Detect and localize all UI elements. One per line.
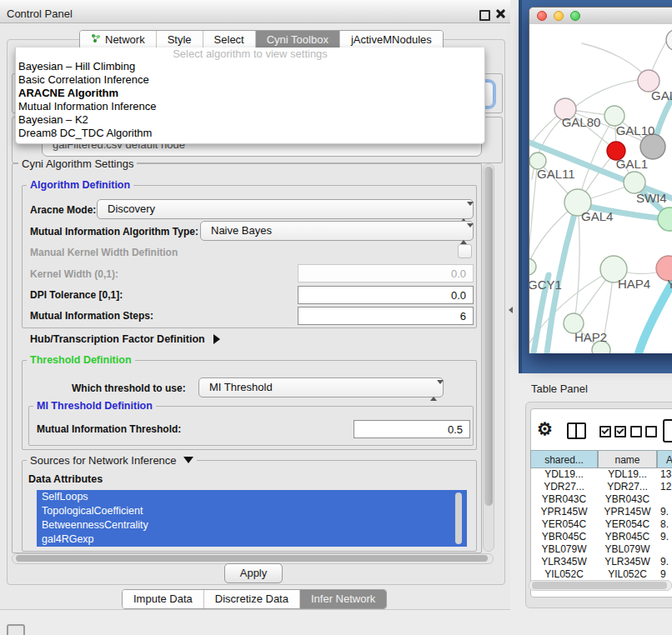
network-node-label: GAL80	[562, 115, 601, 129]
network-node-gcy1[interactable]	[529, 258, 536, 275]
dropdown-prompt: Select algorithm to view settings	[16, 48, 484, 60]
table-row[interactable]: YPR145WYPR145W9.	[530, 506, 672, 518]
table-row[interactable]: YDL19...YDL19...13	[530, 468, 672, 481]
table-cell: 13	[657, 468, 672, 481]
close-icon[interactable]	[496, 9, 505, 18]
zoom-traffic-light-icon[interactable]	[570, 11, 580, 21]
network-edge[interactable]	[639, 283, 672, 353]
tab-jactivemnodules[interactable]: jActiveMNodules	[340, 31, 443, 49]
dropdown-item[interactable]: Mutual Information Inference	[16, 100, 485, 113]
table-row[interactable]: YBL079WYBL079W	[530, 543, 672, 556]
bottom-left-partial-icon[interactable]	[7, 624, 25, 635]
aracne-mode-select[interactable]: Discovery	[97, 199, 474, 219]
minimize-traffic-light-icon[interactable]	[554, 11, 564, 21]
network-node-label: GAL1	[616, 157, 648, 171]
attribute-item-selected[interactable]: TopologicalCoefficient	[37, 504, 467, 518]
table-cell	[657, 493, 672, 506]
mi-steps-label: Mutual Information Steps:	[30, 310, 153, 322]
attribute-list-scrollbar[interactable]	[455, 492, 462, 544]
dropdown-item[interactable]: Bayesian – K2	[16, 113, 485, 127]
table-cell: YDL19...	[598, 468, 657, 481]
tab-infer-network[interactable]: Infer Network	[300, 590, 386, 608]
network-edge[interactable]	[582, 43, 647, 78]
table-cell: YIL052C	[598, 568, 657, 581]
panel-title: Control Panel	[7, 2, 73, 25]
tab-impute-data[interactable]: Impute Data	[123, 590, 204, 608]
app-root: { "control_panel": { "title": "Control P…	[0, 0, 672, 635]
dropdown-item[interactable]: Basic Correlation Inference	[16, 73, 485, 87]
stepper-icon	[460, 225, 467, 243]
column-view-icon[interactable]	[567, 422, 586, 439]
attribute-item-selected[interactable]: gal4RGexp	[37, 532, 467, 547]
manual-kernel-checkbox[interactable]	[458, 244, 472, 258]
table-cell: YBR043C	[530, 493, 598, 506]
dpi-tolerance-label: DPI Tolerance [0,1]:	[30, 289, 123, 301]
table-row[interactable]: YDR27...YDR27...12	[530, 481, 672, 493]
column-header-shared[interactable]: shared...	[530, 450, 598, 468]
splitter-collapse-icon[interactable]	[509, 307, 513, 313]
table-cell: YPR145W	[598, 506, 657, 518]
new-table-icon-partial[interactable]	[663, 419, 672, 442]
control-panel-titlebar	[0, 0, 510, 23]
kernel-width-label: Kernel Width (0,1):	[30, 268, 118, 280]
hub-definition-toggle[interactable]: Hub/Transcription Factor Definition	[30, 333, 220, 345]
network-node-label: GAL10	[616, 123, 655, 138]
table-cell: YLR345W	[530, 556, 598, 568]
mi-steps-field[interactable]: 6	[298, 307, 474, 325]
float-window-icon[interactable]	[479, 10, 490, 21]
settings-vertical-scrollbar[interactable]	[483, 163, 494, 552]
close-traffic-light-icon[interactable]	[537, 11, 547, 21]
select-all-icon[interactable]	[599, 426, 626, 438]
column-header-name[interactable]: name	[598, 450, 657, 468]
network-node-label: GAL4	[581, 209, 613, 223]
dpi-tolerance-field[interactable]: 0.0	[298, 286, 474, 304]
mi-threshold-field[interactable]: 0.5	[354, 420, 470, 438]
table-cell: YDR27...	[530, 481, 598, 493]
mi-type-select[interactable]: Naive Bayes	[200, 221, 474, 241]
attribute-item-selected[interactable]: BetweennessCentrality	[37, 518, 467, 532]
network-node-gray[interactable]	[640, 134, 665, 159]
algorithm-definition-title: Algorithm Definition	[27, 179, 133, 191]
table-cell: YPR145W	[530, 506, 598, 518]
table-cell: 8.	[657, 518, 672, 531]
table-cell: 9.	[657, 506, 672, 518]
table-row[interactable]: YBR043CYBR043C	[530, 493, 672, 506]
network-node-partial-top[interactable]	[666, 29, 672, 51]
table-row[interactable]: YBR045CYBR045C9.	[530, 531, 672, 543]
desktop-left-edge	[519, 0, 522, 373]
tab-network[interactable]: Network	[80, 31, 157, 49]
kernel-width-field[interactable]: 0.0	[298, 264, 474, 282]
network-node-label: HAP4	[618, 277, 650, 291]
table-row[interactable]: YIL052CYIL052C9	[530, 568, 672, 581]
table-row[interactable]: YER054CYER054C8.	[530, 518, 672, 531]
tab-style[interactable]: Style	[157, 31, 203, 49]
table-horizontal-scrollbar[interactable]	[529, 580, 672, 591]
network-node-label: SWI4	[636, 191, 667, 205]
mi-threshold-group-title: MI Threshold Definition	[33, 400, 156, 412]
table-cell: YER054C	[598, 518, 657, 531]
network-window-titlebar[interactable]	[529, 8, 672, 25]
gear-icon[interactable]: ⚙	[537, 419, 553, 439]
aracne-mode-label: Aracne Mode:	[30, 204, 96, 216]
deselect-all-icon[interactable]	[630, 426, 657, 438]
sources-toggle[interactable]: Sources for Network Inference	[27, 454, 197, 467]
tab-discretize-data[interactable]: Discretize Data	[204, 590, 300, 608]
expand-right-icon	[213, 334, 220, 344]
table-cell: 9.	[657, 556, 672, 568]
network-canvas[interactable]: GALGAL80GAL10GAL1GAL11SWI4GAL4GCY1HAP4YH…	[529, 24, 672, 353]
table-row[interactable]: YLR345WYLR345W9.	[530, 556, 672, 568]
table-cell	[657, 543, 672, 556]
tab-select[interactable]: Select	[203, 31, 256, 49]
which-threshold-label: Which threshold to use:	[72, 382, 186, 394]
network-node-label: GAL	[651, 88, 672, 102]
attribute-item-selected[interactable]: SelfLoops	[37, 490, 467, 504]
apply-button[interactable]: Apply	[224, 563, 283, 583]
tab-cyni-toolbox[interactable]: Cyni Toolbox	[256, 31, 340, 49]
column-header-partial[interactable]: A	[657, 450, 672, 468]
network-node-label: GCY1	[529, 278, 562, 292]
mi-type-label: Mutual Information Algorithm Type:	[30, 226, 198, 238]
dropdown-item[interactable]: Bayesian – Hill Climbing	[16, 60, 485, 73]
dropdown-item[interactable]: Dream8 DC_TDC Algorithm	[16, 127, 485, 140]
dropdown-item-selected[interactable]: ARACNE Algorithm	[16, 87, 485, 100]
which-threshold-select[interactable]: MI Threshold	[198, 378, 444, 398]
